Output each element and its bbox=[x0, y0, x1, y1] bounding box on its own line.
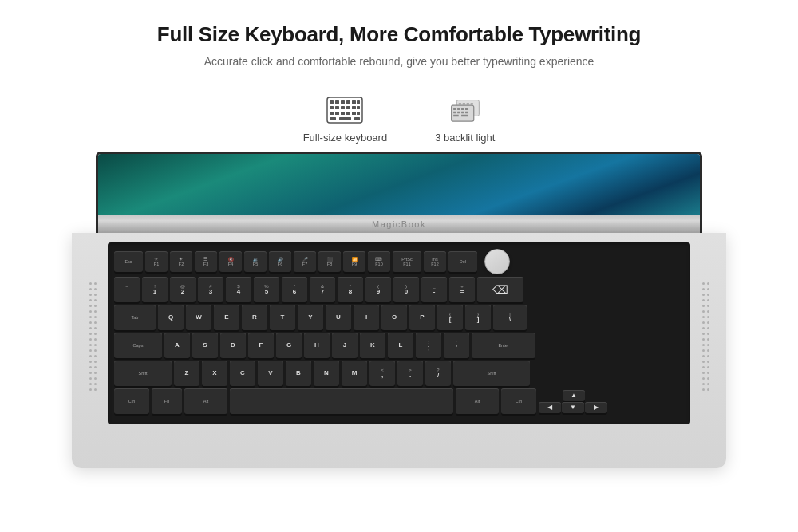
key-5[interactable]: %5 bbox=[254, 277, 279, 302]
key-tilde[interactable]: ~` bbox=[114, 277, 140, 302]
speaker-right bbox=[694, 249, 717, 424]
key-4[interactable]: $4 bbox=[226, 277, 251, 302]
svg-rect-2 bbox=[335, 100, 339, 104]
key-tab[interactable]: Tab bbox=[114, 305, 156, 330]
key-semicolon[interactable]: :; bbox=[416, 333, 441, 358]
key-q[interactable]: Q bbox=[158, 305, 184, 330]
key-p[interactable]: P bbox=[409, 305, 435, 330]
key-alt-right[interactable]: Alt bbox=[456, 388, 499, 414]
svg-rect-36 bbox=[461, 108, 464, 110]
key-1[interactable]: !1 bbox=[142, 277, 168, 302]
svg-rect-5 bbox=[352, 100, 356, 104]
key-quote[interactable]: "' bbox=[444, 333, 469, 358]
key-f12[interactable]: InsF12 bbox=[424, 251, 446, 272]
key-a[interactable]: A bbox=[164, 333, 190, 358]
key-f9[interactable]: 📶F9 bbox=[343, 251, 365, 272]
key-k[interactable]: K bbox=[360, 333, 385, 358]
key-backspace[interactable]: ⌫ bbox=[477, 277, 523, 302]
key-s[interactable]: S bbox=[192, 333, 218, 358]
key-x[interactable]: X bbox=[202, 361, 227, 386]
key-backslash[interactable]: |\ bbox=[493, 305, 527, 330]
key-9[interactable]: (9 bbox=[365, 277, 391, 302]
key-ctrl-right[interactable]: Ctrl bbox=[501, 388, 536, 414]
key-2[interactable]: @2 bbox=[170, 277, 196, 302]
key-r[interactable]: R bbox=[242, 305, 267, 330]
key-space[interactable] bbox=[230, 388, 453, 414]
key-c[interactable]: C bbox=[230, 361, 255, 386]
key-y[interactable]: Y bbox=[298, 305, 323, 330]
key-arrow-down[interactable]: ▼ bbox=[562, 402, 584, 413]
key-shift-right[interactable]: Shift bbox=[453, 361, 530, 386]
key-i[interactable]: I bbox=[354, 305, 379, 330]
key-lbracket[interactable]: {[ bbox=[437, 305, 463, 330]
svg-rect-34 bbox=[453, 108, 456, 110]
keyboard-icon bbox=[325, 95, 365, 125]
power-button[interactable] bbox=[484, 249, 510, 274]
key-f2[interactable]: ☀F2 bbox=[170, 251, 192, 272]
key-f[interactable]: F bbox=[248, 333, 274, 358]
key-z[interactable]: Z bbox=[174, 361, 200, 386]
key-t[interactable]: T bbox=[270, 305, 295, 330]
key-equals[interactable]: += bbox=[449, 277, 475, 302]
key-caps[interactable]: Caps bbox=[114, 333, 162, 358]
svg-rect-26 bbox=[470, 103, 472, 104]
key-6[interactable]: ^6 bbox=[282, 277, 307, 302]
key-o[interactable]: O bbox=[381, 305, 407, 330]
key-f7[interactable]: 🎤F7 bbox=[294, 251, 316, 272]
key-ctrl-left[interactable]: Ctrl bbox=[114, 388, 149, 414]
bottom-row: Ctrl Fn Alt Alt Ctrl ▲ ◀ ▼ ▶ bbox=[114, 388, 684, 414]
key-3[interactable]: #3 bbox=[198, 277, 223, 302]
backlit-icon bbox=[445, 95, 485, 125]
svg-rect-11 bbox=[352, 106, 356, 109]
key-v[interactable]: V bbox=[258, 361, 283, 386]
key-minus[interactable]: _- bbox=[421, 277, 447, 302]
key-8[interactable]: *8 bbox=[338, 277, 363, 302]
svg-rect-18 bbox=[357, 112, 360, 115]
key-b[interactable]: B bbox=[286, 361, 311, 386]
key-arrow-left[interactable]: ◀ bbox=[539, 402, 561, 413]
key-esc[interactable]: Esc bbox=[114, 251, 143, 272]
key-0[interactable]: )0 bbox=[393, 277, 419, 302]
key-alt-left[interactable]: Alt bbox=[184, 388, 227, 414]
key-arrow-right[interactable]: ▶ bbox=[585, 402, 607, 413]
svg-rect-40 bbox=[461, 112, 464, 113]
header-section: Full Size Keyboard, More Comfortable Typ… bbox=[0, 0, 798, 81]
feature-backlit: 3 backlit light bbox=[435, 95, 495, 144]
key-period[interactable]: >. bbox=[397, 361, 423, 386]
key-7[interactable]: &7 bbox=[310, 277, 335, 302]
key-f8[interactable]: ⬛F8 bbox=[318, 251, 341, 272]
key-e[interactable]: E bbox=[214, 305, 239, 330]
key-d[interactable]: D bbox=[220, 333, 246, 358]
key-fn[interactable]: Fn bbox=[152, 388, 182, 414]
key-f3[interactable]: ☰F3 bbox=[195, 251, 217, 272]
key-f10[interactable]: ⌨F10 bbox=[368, 251, 390, 272]
key-g[interactable]: G bbox=[276, 333, 302, 358]
number-key-row: ~` !1 @2 #3 $4 %5 ^6 &7 *8 (9 )0 _- += ⌫ bbox=[114, 277, 684, 302]
key-enter[interactable]: Enter bbox=[472, 333, 535, 358]
key-f5[interactable]: 🔉F5 bbox=[244, 251, 267, 272]
key-rbracket[interactable]: }] bbox=[465, 305, 491, 330]
key-j[interactable]: J bbox=[332, 333, 358, 358]
key-prtsc[interactable]: PrtScF11 bbox=[393, 251, 421, 272]
key-n[interactable]: N bbox=[314, 361, 339, 386]
key-arrow-up[interactable]: ▲ bbox=[563, 390, 585, 401]
key-f6[interactable]: 🔊F6 bbox=[269, 251, 291, 272]
key-slash[interactable]: ?/ bbox=[425, 361, 451, 386]
key-w[interactable]: W bbox=[186, 305, 211, 330]
key-shift-left[interactable]: Shift bbox=[114, 361, 172, 386]
svg-rect-1 bbox=[330, 100, 334, 104]
key-comma[interactable]: <, bbox=[369, 361, 395, 386]
key-h[interactable]: H bbox=[304, 333, 330, 358]
subtitle: Accurate click and comfortable rebound, … bbox=[16, 55, 782, 68]
asdf-row: Caps A S D F G H J K L :; "' Enter bbox=[114, 333, 684, 358]
laptop-hinge: MagicBook bbox=[96, 215, 702, 233]
key-del[interactable]: Del bbox=[448, 251, 477, 272]
svg-rect-41 bbox=[465, 112, 468, 113]
key-u[interactable]: U bbox=[326, 305, 351, 330]
svg-rect-21 bbox=[354, 117, 360, 120]
key-f1[interactable]: ☀F1 bbox=[145, 251, 168, 272]
key-m[interactable]: M bbox=[342, 361, 367, 386]
svg-rect-13 bbox=[330, 112, 334, 115]
key-l[interactable]: L bbox=[388, 333, 413, 358]
key-f4[interactable]: 🔇F4 bbox=[219, 251, 242, 272]
